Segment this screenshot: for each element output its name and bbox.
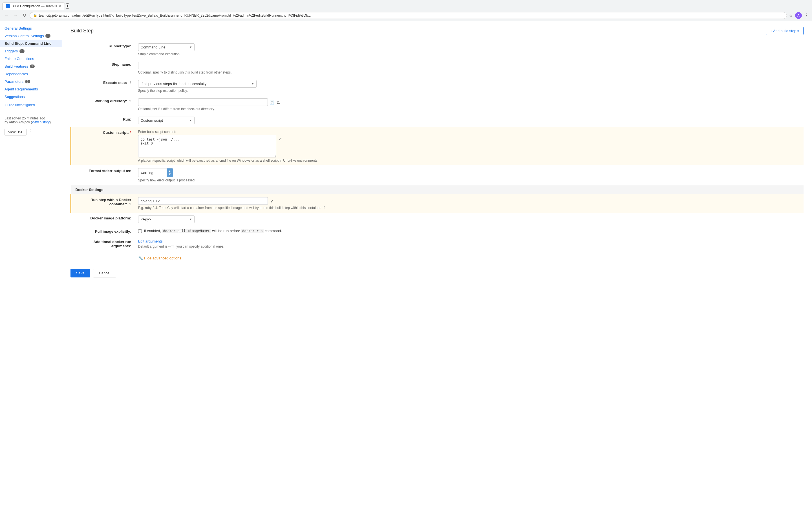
run-cell: Custom script Executable with parameters… (136, 114, 804, 127)
app-layout: General Settings Version Control Setting… (0, 21, 812, 507)
hide-advanced-spacer (71, 251, 136, 263)
close-tab-button[interactable]: ✕ (59, 4, 61, 8)
action-buttons: Save Cancel (70, 263, 804, 283)
execute-step-row: Execute step: ? If all previous steps fi… (71, 77, 804, 96)
required-indicator: * (130, 130, 131, 135)
working-dir-help-icon[interactable]: ? (129, 99, 131, 103)
more-menu-icon[interactable]: ⋮ (804, 13, 809, 18)
add-build-step-button[interactable]: + Add build step » (766, 27, 804, 35)
docker-platform-cell: <Any> Linux Windows ▼ (136, 213, 804, 226)
pull-image-cell: If enabled, docker pull <imageName> will… (136, 226, 804, 236)
execute-step-select[interactable]: If all previous steps finished successfu… (138, 80, 257, 88)
hide-unconfigured-link[interactable]: « Hide unconfigured (4, 103, 35, 107)
build-features-badge: 2 (30, 64, 35, 68)
sidebar-item-dependencies[interactable]: Dependencies (0, 70, 62, 78)
profile-avatar[interactable]: A (795, 12, 802, 19)
sidebar-item-version-control[interactable]: Version Control Settings 1 (0, 32, 62, 40)
sidebar-item-failure-conditions[interactable]: Failure Conditions (0, 55, 62, 62)
pull-image-hint: If enabled, docker pull <imageName> will… (144, 229, 282, 233)
view-dsl-button[interactable]: View DSL (4, 129, 27, 135)
custom-script-cell: Enter build script content: go test -jso… (136, 127, 804, 165)
save-button[interactable]: Save (70, 269, 90, 277)
docker-container-hint-help-icon[interactable]: ? (323, 206, 325, 210)
execute-step-help-icon[interactable]: ? (129, 81, 131, 85)
edit-arguments-link[interactable]: Edit arguments (138, 239, 163, 243)
tab-bar: Build Configuration — TeamCi ✕ + (0, 0, 812, 10)
docker-container-cell: ⤢ E.g. ruby:2.4. TeamCity will start a c… (136, 194, 804, 213)
select-arrows-icon[interactable]: ▲ ▼ (167, 168, 173, 177)
runner-type-select[interactable]: Command Line .NET Gradle Maven (138, 43, 195, 51)
step-name-label: Step name: (71, 59, 136, 77)
run-select[interactable]: Custom script Executable with parameters (138, 117, 195, 124)
step-name-cell: Optional, specify to distinguish this bu… (136, 59, 804, 77)
docker-container-help-icon[interactable]: ? (129, 202, 131, 206)
hide-advanced-link[interactable]: 🔧 Hide advanced options (138, 256, 802, 260)
docker-platform-select-wrap: <Any> Linux Windows ▼ (138, 216, 195, 223)
main-content: Build Step + Add build step » Runner typ… (62, 21, 812, 507)
runner-type-select-wrap: Command Line .NET Gradle Maven ▼ (138, 43, 195, 51)
cancel-button[interactable]: Cancel (93, 269, 116, 277)
working-dir-tree-icon[interactable]: 🗂 (276, 100, 281, 105)
sidebar-item-build-step[interactable]: Build Step: Command Line (0, 40, 62, 47)
pull-image-wrap: If enabled, docker pull <imageName> will… (138, 229, 802, 233)
active-tab: Build Configuration — TeamCi ✕ (2, 2, 65, 10)
working-dir-label: Working directory: ? (71, 96, 136, 114)
stderr-cell: warning error info ▲ ▼ Specify how error… (136, 165, 804, 185)
docker-section-label: Docker Settings (71, 185, 804, 194)
docker-container-row: Run step within Docker container: ? ⤢ E.… (71, 194, 804, 213)
docker-platform-select[interactable]: <Any> Linux Windows (138, 216, 195, 223)
url-bar[interactable]: 🔒 teamcity.jetbrains.com/admin/editRunTy… (30, 12, 787, 19)
run-label: Run: (71, 114, 136, 127)
execute-step-wrap: If all previous steps finished successfu… (138, 80, 802, 88)
new-tab-button[interactable]: + (66, 3, 69, 9)
additional-docker-label: Additional docker run arguments: (71, 236, 136, 251)
script-enter-label: Enter build script content: (138, 130, 802, 134)
docker-run-code: docker run (241, 229, 264, 233)
sidebar-item-general-settings[interactable]: General Settings (0, 24, 62, 32)
warning-select-wrap: warning error info ▲ ▼ (138, 168, 173, 177)
docker-platform-label: Docker image platform: (71, 213, 136, 226)
sidebar-item-suggestions[interactable]: Suggestions (0, 93, 62, 101)
url-text: teamcity.jetbrains.com/admin/editRunType… (39, 13, 783, 17)
docker-platform-row: Docker image platform: <Any> Linux Windo… (71, 213, 804, 226)
build-step-form: Runner type: Command Line .NET Gradle Ma… (70, 41, 804, 263)
execute-step-label: Execute step: ? (71, 77, 136, 96)
last-edited-label: Last edited (4, 116, 21, 120)
custom-script-textarea[interactable]: go test -json ./... exit 0 (138, 135, 276, 158)
runner-type-cell: Command Line .NET Gradle Maven ▼ Simple … (136, 41, 804, 59)
working-dir-wrap: 📄 🗂 (138, 98, 802, 106)
sidebar-item-triggers[interactable]: Triggers 1 (0, 47, 62, 55)
back-button[interactable]: ← (3, 12, 10, 19)
favicon-icon (6, 4, 10, 8)
view-history-link[interactable]: view history (32, 120, 50, 124)
script-expand-icon[interactable]: ⤢ (278, 136, 283, 142)
docker-container-expand-icon[interactable]: ⤢ (269, 198, 274, 204)
hide-advanced-cell: 🔧 Hide advanced options (136, 251, 804, 263)
pull-image-label: Pull image explicitly: (71, 226, 136, 236)
working-dir-hint: Optional, set if it differs from the che… (138, 107, 802, 111)
runner-type-hint: Simple command execution (138, 52, 802, 56)
sidebar-item-parameters[interactable]: Parameters 5 (0, 78, 62, 86)
docker-container-input[interactable] (138, 197, 268, 205)
triggers-badge: 1 (19, 49, 24, 53)
additional-docker-hint: Default argument is --rm, you can specif… (138, 244, 802, 248)
forward-button[interactable]: → (12, 12, 19, 19)
execute-step-cell: If all previous steps finished successfu… (136, 77, 804, 96)
stderr-row: Format stderr output as: warning error i… (71, 165, 804, 185)
custom-script-hint: A platform-specific script, which will b… (138, 159, 802, 163)
working-dir-file-icon[interactable]: 📄 (269, 100, 275, 105)
working-dir-row: Working directory: ? 📄 🗂 Optional, set i… (71, 96, 804, 114)
working-dir-input[interactable] (138, 98, 268, 106)
sidebar-item-agent-requirements[interactable]: Agent Requirements (0, 86, 62, 93)
step-name-input[interactable] (138, 62, 279, 69)
hide-advanced-row: 🔧 Hide advanced options (71, 251, 804, 263)
reload-button[interactable]: ↻ (21, 11, 28, 19)
pull-image-checkbox[interactable] (138, 229, 142, 233)
working-dir-cell: 📄 🗂 Optional, set if it differs from the… (136, 96, 804, 114)
step-name-row: Step name: Optional, specify to distingu… (71, 59, 804, 77)
sidebar-item-build-features[interactable]: Build Features 2 (0, 62, 62, 70)
stderr-select[interactable]: warning error info (139, 170, 167, 176)
view-dsl-help-icon[interactable]: ? (29, 129, 31, 133)
last-edited-by: by Anton Arhipov (4, 120, 30, 124)
bookmark-icon[interactable]: ☆ (789, 13, 793, 18)
